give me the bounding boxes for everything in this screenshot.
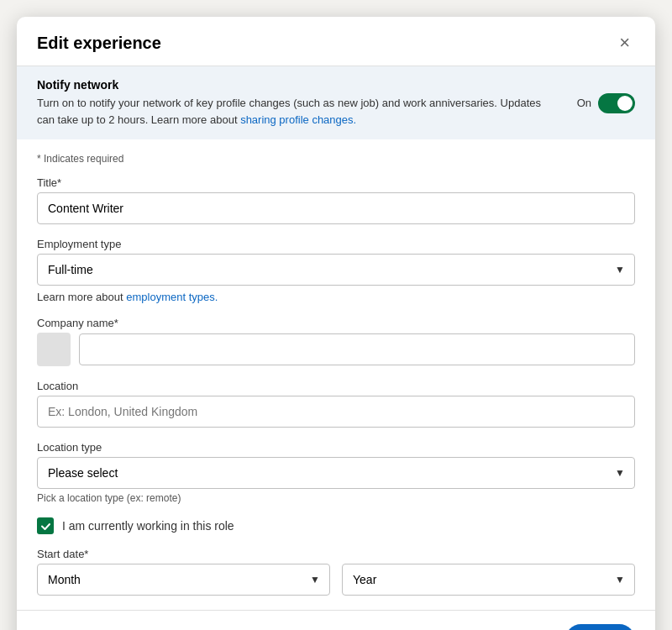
sharing-profile-link[interactable]: sharing profile changes. (240, 113, 356, 126)
employment-types-link[interactable]: employment types. (126, 291, 218, 303)
employment-type-label: Employment type (37, 238, 635, 250)
company-row (37, 333, 635, 366)
location-type-label: Location type (37, 441, 635, 454)
title-group: Title* (37, 176, 635, 224)
notify-toggle[interactable] (598, 93, 635, 113)
year-select-wrapper: Year 2024 2023 2022 2021 2020 2019 2018 … (342, 564, 635, 596)
modal-title: Edit experience (37, 34, 161, 53)
toggle-slider (598, 93, 635, 113)
company-logo (37, 333, 71, 366)
close-button[interactable]: × (614, 32, 635, 54)
toggle-container: On (577, 93, 635, 113)
month-select[interactable]: Month January February March April May J… (37, 564, 330, 596)
title-label: Title* (37, 176, 635, 189)
currently-working-checkbox[interactable] (37, 517, 54, 534)
toggle-label: On (577, 97, 591, 109)
location-type-hint: Pick a location type (ex: remote) (37, 492, 635, 504)
location-type-select[interactable]: Please select On-site Hybrid Remote (37, 457, 635, 489)
modal-header: Edit experience × (17, 17, 655, 66)
currently-working-label: I am currently working in this role (62, 519, 234, 533)
notify-text-block: Notify network Turn on to notify your ne… (37, 78, 577, 128)
location-label: Location (37, 380, 635, 392)
company-name-label: Company name* (37, 317, 635, 329)
notify-title: Notify network (37, 78, 560, 92)
required-note: * Indicates required (37, 153, 635, 165)
start-date-label: Start date* (37, 548, 635, 560)
location-group: Location (37, 380, 635, 428)
company-input-wrap (79, 333, 635, 365)
save-button[interactable]: Save (565, 624, 635, 630)
notify-description: Turn on to notify your network of key pr… (37, 95, 560, 128)
notify-banner: Notify network Turn on to notify your ne… (17, 66, 655, 139)
modal-footer: Delete experience Save (17, 610, 655, 630)
location-type-select-wrapper: Please select On-site Hybrid Remote ▼ (37, 457, 635, 489)
company-name-group: Company name* (37, 317, 635, 366)
date-row: Month January February March April May J… (37, 564, 635, 596)
month-select-wrapper: Month January February March April May J… (37, 564, 330, 596)
employment-type-select-wrapper: Full-time Part-time Self-employed Freela… (37, 254, 635, 286)
company-name-input[interactable] (79, 333, 635, 365)
employment-type-select[interactable]: Full-time Part-time Self-employed Freela… (37, 254, 635, 286)
checkmark-icon (40, 521, 51, 532)
location-input[interactable] (37, 396, 635, 428)
year-select[interactable]: Year 2024 2023 2022 2021 2020 2019 2018 (342, 564, 635, 596)
start-date-group: Start date* Month January February March… (37, 548, 635, 596)
employment-hint: Learn more about employment types. (37, 291, 635, 303)
employment-type-group: Employment type Full-time Part-time Self… (37, 238, 635, 303)
edit-experience-modal: Edit experience × Notify network Turn on… (17, 17, 655, 630)
title-input[interactable] (37, 192, 635, 224)
location-type-group: Location type Please select On-site Hybr… (37, 441, 635, 504)
form-body: * Indicates required Title* Employment t… (17, 139, 655, 610)
currently-working-row: I am currently working in this role (37, 517, 635, 534)
